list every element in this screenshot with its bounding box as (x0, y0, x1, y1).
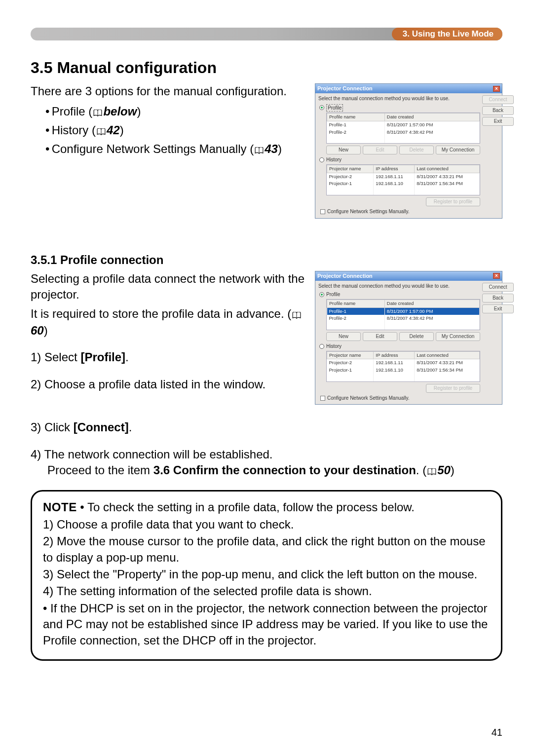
register-to-profile-button[interactable]: Register to profile (426, 384, 480, 393)
profile-list[interactable]: Profile name Date created Profile-1 8/31… (326, 299, 480, 330)
table-row[interactable]: Profile-2 8/31/2007 4:38:42 PM (327, 315, 480, 322)
cell: 8/31/2007 4:38:42 PM (384, 315, 479, 322)
page-ref: 42 (107, 123, 120, 137)
exit-button[interactable]: Exit (482, 117, 514, 126)
manual-label: Configure Network Settings Manually. (327, 395, 410, 402)
dialog-screenshot-1: Projector Connection × Select the manual… (315, 83, 502, 218)
radio-icon (319, 292, 324, 297)
table-row-selected[interactable]: Profile-1 8/31/2007 1:57:00 PM (327, 307, 480, 315)
radio-profile[interactable]: Profile (319, 104, 480, 112)
page-ref: 50 (437, 463, 451, 477)
checkbox-icon (320, 396, 325, 401)
dialog-instruction: Select the manual connection method you … (317, 95, 480, 102)
manual-config-checkbox[interactable]: Configure Network Settings Manually. (320, 208, 480, 215)
book-icon (427, 463, 436, 479)
radio-profile[interactable]: Profile (319, 291, 480, 298)
cell: 8/31/2007 1:56:34 PM (415, 367, 480, 374)
checkbox-icon (320, 209, 325, 214)
edit-button[interactable]: Edit (363, 146, 397, 154)
note-line: 4) The setting information of the select… (43, 583, 490, 599)
bullet-manual: • Configure Network Settings Manually (4… (45, 141, 305, 158)
text: 3) Click (31, 420, 74, 434)
col-projector-name: Projector name (327, 351, 374, 359)
cell: 8/31/2007 4:38:42 PM (384, 129, 479, 136)
note-line: 1) Choose a profile data that you want t… (43, 517, 490, 532)
new-button[interactable]: New (326, 146, 361, 154)
connect-button[interactable]: Connect (482, 283, 514, 292)
table-row[interactable]: Profile-2 8/31/2007 4:38:42 PM (327, 129, 480, 136)
note-line: 3) Select the "Property" in the pop-up m… (43, 567, 490, 582)
cell: Projector-2 (327, 173, 374, 180)
cell: 192.168.1.10 (374, 367, 415, 374)
book-icon (97, 123, 106, 139)
cell: 192.168.1.11 (374, 359, 415, 367)
back-button[interactable]: Back (482, 294, 514, 302)
book-icon (93, 105, 102, 120)
col-last-connected: Last connected (415, 165, 480, 173)
history-list[interactable]: Projector name IP address Last connected… (326, 351, 480, 382)
close-icon[interactable]: × (493, 86, 500, 92)
col-ip-address: IP address (374, 351, 415, 359)
note-box: NOTE • To check the setting in a profile… (31, 490, 502, 661)
page-ref: below (103, 105, 137, 118)
text-bold: [Profile] (80, 350, 125, 364)
section-title: 3.5 Manual configuration (31, 57, 502, 78)
text: ) (451, 463, 455, 477)
text: Proceed to the item (47, 463, 153, 477)
text: . ( (416, 463, 426, 477)
my-connection-button[interactable]: My Connection (436, 332, 480, 341)
bullet-history: • History (42) (45, 122, 305, 139)
subsection-title: 3.5.1 Profile connection (31, 252, 502, 268)
radio-label: Profile (326, 104, 343, 112)
table-row[interactable]: Projector-2 192.168.1.11 8/31/2007 4:33:… (327, 359, 480, 367)
profile-list[interactable]: Profile name Date created Profile-1 8/31… (326, 113, 480, 144)
note-lead: • To check the setting in a profile data… (77, 500, 415, 514)
cell: Projector-1 (327, 367, 374, 374)
radio-icon (319, 344, 324, 349)
step-2: 2) Choose a profile data listed in the w… (31, 377, 305, 392)
radio-icon (319, 105, 324, 110)
subsection-p1: Selecting a profile data connect the net… (31, 271, 305, 303)
my-connection-button[interactable]: My Connection (436, 146, 480, 154)
cell: Profile-2 (327, 129, 385, 136)
history-list[interactable]: Projector name IP address Last connected… (326, 164, 480, 195)
radio-label: History (326, 156, 342, 163)
table-row[interactable]: Projector-1 192.168.1.10 8/31/2007 1:56:… (327, 367, 480, 374)
new-button[interactable]: New (326, 332, 361, 341)
cell: 192.168.1.10 (374, 180, 415, 188)
text-bold: 3.6 Confirm the connection to your desti… (153, 463, 416, 477)
table-row[interactable]: Projector-2 192.168.1.11 8/31/2007 4:33:… (327, 173, 480, 180)
close-icon[interactable]: × (493, 273, 500, 279)
cell: 8/31/2007 1:57:00 PM (384, 121, 479, 128)
bullet-label: Profile (52, 105, 85, 118)
col-date-created: Date created (384, 113, 479, 121)
col-date-created: Date created (384, 300, 479, 307)
breadcrumb: 3. Using the Live Mode (392, 28, 502, 40)
table-row[interactable]: Projector-1 192.168.1.10 8/31/2007 1:56:… (327, 180, 480, 188)
book-icon (292, 307, 301, 323)
subsection-p2: It is required to store the profile data… (31, 306, 305, 339)
radio-history[interactable]: History (319, 156, 480, 163)
cell: 8/31/2007 4:33:21 PM (415, 173, 480, 180)
delete-button[interactable]: Delete (399, 332, 434, 341)
back-button[interactable]: Back (482, 106, 514, 115)
radio-icon (319, 157, 324, 162)
text: 4) The network connection will be establ… (31, 448, 273, 461)
radio-history[interactable]: History (319, 343, 480, 350)
table-row[interactable]: Profile-1 8/31/2007 1:57:00 PM (327, 121, 480, 128)
col-profile-name: Profile name (327, 113, 385, 121)
bullet-profile: • Profile (below) (45, 104, 305, 120)
intro-paragraph: There are 3 options for the manual confi… (31, 83, 305, 99)
note-line: • If the DHCP is set on in the projector… (43, 601, 490, 648)
edit-button[interactable]: Edit (363, 332, 397, 341)
connect-button[interactable]: Connect (482, 95, 514, 104)
bullet-label: History (52, 123, 89, 137)
manual-config-checkbox[interactable]: Configure Network Settings Manually. (320, 395, 480, 402)
col-last-connected: Last connected (415, 351, 480, 359)
dialog-screenshot-2: Projector Connection × Select the manual… (315, 271, 502, 405)
book-icon (255, 142, 264, 158)
delete-button[interactable]: Delete (399, 146, 434, 154)
dialog-instruction: Select the manual connection method you … (317, 283, 480, 290)
exit-button[interactable]: Exit (482, 304, 514, 313)
register-to-profile-button[interactable]: Register to profile (426, 197, 480, 206)
